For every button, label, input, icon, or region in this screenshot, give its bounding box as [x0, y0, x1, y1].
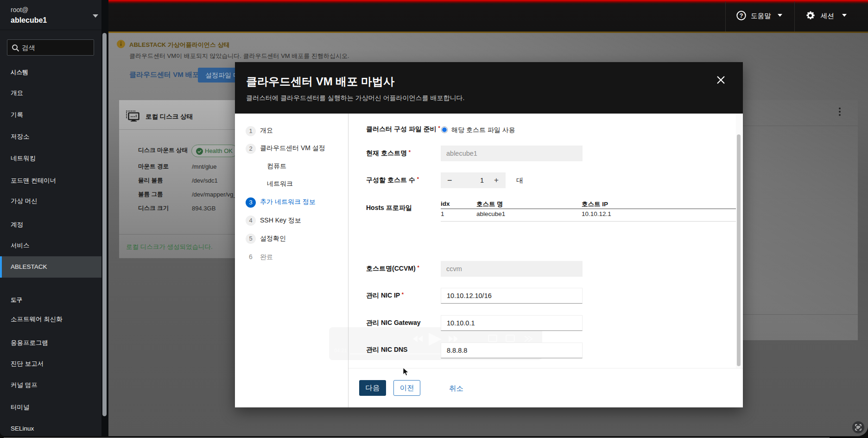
- svg-text:?: ?: [740, 13, 743, 19]
